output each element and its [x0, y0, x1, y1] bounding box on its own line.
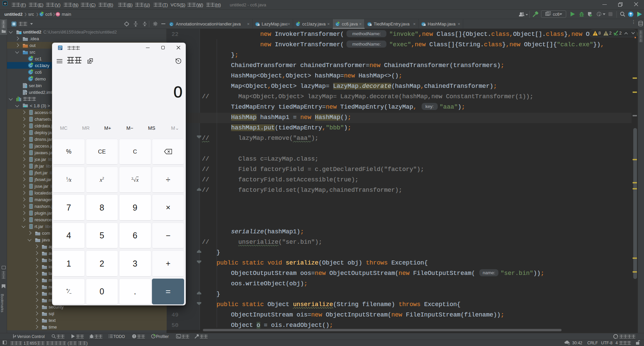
svg-text:C: C	[170, 22, 173, 26]
svg-text:?: ?	[25, 84, 27, 88]
